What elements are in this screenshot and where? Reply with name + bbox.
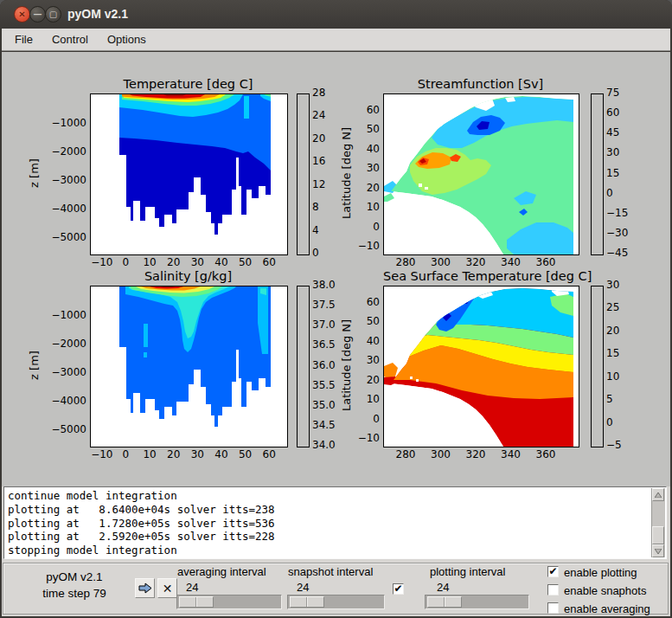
streamfunction-plot [383, 93, 579, 255]
window-title: pyOM v2.1 [67, 7, 128, 21]
slider-thumb[interactable] [290, 596, 324, 608]
tick-label: −2000 [48, 338, 86, 351]
log-line: plotting at 1.7280e+05s solver itts=536 [8, 517, 650, 531]
tick-label: −10 [90, 448, 114, 460]
tick-label: 10 [342, 201, 380, 215]
tick-label: 60 [257, 448, 281, 460]
streamfunction-colorbar [591, 93, 604, 255]
stop-x-icon: ✕ [163, 582, 173, 595]
menubar: File Control Options [2, 29, 670, 51]
salinity-colorbar-ticks: 38.037.537.036.536.035.535.034.534.0 [312, 279, 342, 453]
run-arrow-icon [138, 583, 152, 594]
tick-label: 300 [428, 448, 454, 460]
streamfunction-colorbar-ticks: 75604530150−15−30−45 [606, 87, 636, 261]
tick-label: 37.5 [312, 299, 342, 312]
enable-snapshots-label: enable snaphots [564, 584, 646, 597]
tick-label: 5 [606, 393, 632, 407]
averaging-interval-value: 24 [186, 581, 198, 594]
menu-file[interactable]: File [5, 29, 42, 49]
log-console[interactable]: continue model integrationplotting at 8.… [3, 486, 667, 559]
slider-thumb[interactable] [179, 596, 214, 608]
averaging-interval-slider[interactable] [176, 595, 282, 609]
tick-label: −5 [606, 439, 632, 453]
enable-snapshots-checkbox[interactable] [547, 584, 559, 595]
tick-label: 35.0 [312, 399, 342, 413]
salinity-xticks: −100102030405060 [90, 448, 281, 460]
enable-averaging-checkbox[interactable] [547, 602, 559, 614]
enable-plotting-checkbox[interactable] [547, 566, 559, 577]
tick-label: 10 [138, 448, 162, 460]
tick-label: 10 [342, 393, 380, 407]
tick-label: 50 [342, 123, 380, 137]
tick-label: −1000 [48, 117, 86, 131]
tick-label: 30 [606, 146, 636, 160]
streamfunction-yticks: 6050403020100−10 [342, 104, 380, 254]
tick-label: 12 [312, 178, 338, 192]
tick-label: 8 [312, 201, 338, 215]
tick-label: 60 [342, 296, 380, 310]
salinity-yticks: −1000−2000−3000−4000−5000 [48, 309, 86, 437]
window-close-button[interactable]: ✕ [14, 6, 30, 23]
tick-label: −3000 [48, 366, 86, 380]
console-scrollbar[interactable] [651, 488, 665, 557]
tick-label: 30 [342, 162, 380, 176]
streamfunction-xticks: 280300320340360 [393, 256, 559, 268]
tick-label: 20 [162, 256, 186, 268]
tick-label: 10 [606, 370, 632, 384]
tick-label: 0 [312, 247, 338, 261]
tick-label: 280 [393, 448, 419, 460]
window-maximize-button[interactable]: ▢ [45, 6, 61, 23]
tick-label: 16 [312, 155, 338, 169]
maximize-icon: ▢ [49, 10, 57, 19]
tick-label: 50 [342, 315, 380, 329]
tick-label: 0 [114, 448, 138, 460]
temperature-colorbar [297, 93, 310, 255]
tick-label: 30 [186, 256, 210, 268]
window-minimize-button[interactable]: — [29, 6, 46, 23]
snapshot-interval-value: 24 [297, 581, 309, 594]
scroll-up-icon[interactable] [652, 488, 664, 501]
menu-control[interactable]: Control [42, 29, 98, 49]
run-button[interactable] [135, 578, 155, 598]
temperature-yticks: −1000−2000−3000−4000−5000 [48, 117, 86, 245]
tick-label: 360 [533, 448, 559, 460]
salinity-title: Salinity [g/kg] [90, 269, 286, 283]
log-line: stopping model integration [8, 544, 650, 557]
temperature-title: Temperature [deg C] [90, 77, 286, 91]
temperature-colorbar-ticks: 2824201612840 [312, 87, 338, 261]
stop-button[interactable]: ✕ [157, 578, 177, 598]
log-line: continue model integration [8, 489, 650, 503]
tick-label: 300 [428, 256, 454, 268]
scrollbar-thumb[interactable] [652, 526, 664, 544]
tick-label: 35.5 [312, 379, 342, 393]
tick-label: −45 [606, 247, 636, 261]
slider-thumb[interactable] [427, 596, 462, 608]
sst-colorbar-ticks: 302520151050−5 [606, 279, 632, 453]
tick-label: −4000 [48, 395, 86, 409]
temperature-xticks: −100102030405060 [90, 256, 281, 268]
tick-label: 0 [606, 187, 636, 201]
tick-label: −10 [342, 432, 380, 446]
tick-label: 36.0 [312, 359, 342, 373]
tick-label: 38.0 [312, 279, 342, 293]
tick-label: 40 [342, 143, 380, 157]
tick-label: 360 [533, 256, 559, 268]
snapshot-interval-slider[interactable] [287, 595, 385, 609]
plotting-interval-slider[interactable] [425, 595, 529, 609]
menu-options[interactable]: Options [98, 29, 156, 49]
time-step-label: time step 79 [19, 585, 130, 602]
tick-label: 50 [234, 256, 258, 268]
tick-label: 40 [209, 448, 234, 460]
tick-label: 30 [606, 279, 632, 293]
titlebar[interactable]: ✕ — ▢ pyOM v2.1 [0, 0, 672, 29]
tick-label: 30 [342, 354, 380, 368]
tick-label: 10 [138, 256, 162, 268]
temperature-ylabel: z [m] [28, 152, 42, 194]
scroll-down-icon[interactable] [652, 544, 664, 557]
tick-label: −5000 [48, 231, 86, 245]
tick-label: 40 [209, 256, 234, 268]
tick-label: −2000 [48, 145, 86, 159]
tick-label: 24 [312, 109, 338, 123]
close-icon: ✕ [18, 10, 25, 19]
snapshot-checkbox[interactable] [393, 583, 404, 595]
